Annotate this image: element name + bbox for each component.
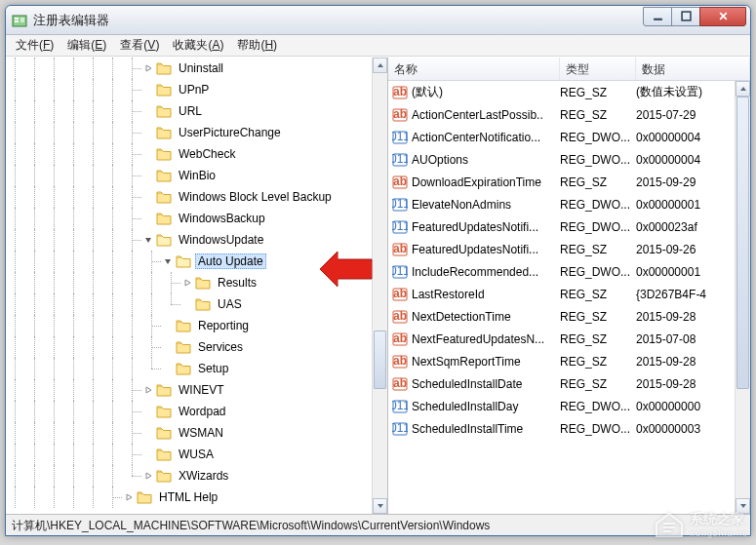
tree-expander-icon[interactable]: [142, 234, 154, 246]
tree-item-label: Setup: [195, 361, 231, 376]
value-name: FeaturedUpdatesNotifi...: [412, 243, 560, 256]
tree-expander-icon[interactable]: [162, 255, 174, 267]
value-row[interactable]: 011ElevateNonAdminsREG_DWO...0x00000001: [388, 193, 735, 215]
tree-expander-icon[interactable]: [142, 62, 154, 74]
tree-item[interactable]: Services: [6, 336, 372, 358]
svg-text:ab: ab: [393, 309, 407, 323]
maximize-button[interactable]: [671, 7, 700, 26]
value-row[interactable]: 011FeaturedUpdatesNotifi...REG_DWO...0x0…: [388, 215, 735, 238]
svg-rect-2: [15, 20, 19, 22]
value-data: 0x00000000: [636, 400, 735, 413]
tree-item[interactable]: Results: [6, 272, 372, 293]
scroll-down-button[interactable]: [736, 498, 750, 514]
value-row[interactable]: abLastRestoreIdREG_SZ{3D267B4F-4: [388, 283, 735, 305]
regedit-icon: [12, 13, 27, 28]
tree-view[interactable]: UninstallUPnPURLUserPictureChangeWebChec…: [6, 58, 372, 514]
value-type: REG_DWO...: [560, 220, 636, 234]
value-type: REG_SZ: [560, 332, 636, 346]
menu-help[interactable]: 帮助(H): [231, 35, 283, 56]
value-data: {3D267B4F-4: [636, 288, 735, 301]
tree-item[interactable]: Windows Block Level Backup: [6, 186, 372, 208]
tree-item-label: UPnP: [176, 82, 212, 97]
scroll-down-button[interactable]: [373, 498, 387, 514]
value-data: 2015-09-28: [636, 377, 735, 391]
value-type: REG_DWO...: [560, 422, 636, 436]
minimize-button[interactable]: [643, 7, 672, 26]
value-row[interactable]: 011AUOptionsREG_DWO...0x00000004: [388, 148, 735, 171]
tree-item[interactable]: Uninstall: [6, 58, 372, 79]
menu-file[interactable]: 文件(F): [10, 35, 60, 56]
value-name: ScheduledInstallDate: [412, 377, 560, 391]
value-data: 2015-07-08: [636, 332, 735, 346]
svg-rect-5: [682, 12, 691, 20]
tree-leaf: [142, 148, 154, 160]
value-row[interactable]: abNextSqmReportTimeREG_SZ2015-09-28: [388, 350, 735, 372]
svg-text:ab: ab: [393, 175, 407, 188]
value-type: REG_SZ: [560, 377, 636, 391]
tree-leaf: [142, 105, 154, 117]
value-row[interactable]: abActionCenterLastPossib..REG_SZ2015-07-…: [388, 103, 735, 126]
body-splitter: UninstallUPnPURLUserPictureChangeWebChec…: [6, 57, 750, 514]
scroll-up-button[interactable]: [373, 58, 387, 73]
value-type: REG_SZ: [560, 86, 636, 99]
tree-item[interactable]: WindowsUpdate: [6, 229, 372, 251]
value-row[interactable]: ab(默认)REG_SZ(数值未设置): [388, 81, 735, 103]
tree-scrollbar[interactable]: [372, 58, 387, 514]
svg-text:011: 011: [392, 152, 408, 166]
value-row[interactable]: 011ScheduledInstallDayREG_DWO...0x000000…: [388, 395, 735, 417]
col-header-data[interactable]: 数据: [636, 58, 750, 80]
tree-item[interactable]: UPnP: [6, 79, 372, 100]
values-list[interactable]: ab(默认)REG_SZ(数值未设置)abActionCenterLastPos…: [388, 81, 735, 514]
tree-item[interactable]: WindowsBackup: [6, 208, 372, 229]
value-type: REG_SZ: [560, 108, 636, 122]
tree-leaf: [142, 84, 154, 96]
tree-item[interactable]: WinBio: [6, 165, 372, 186]
value-row[interactable]: abScheduledInstallDateREG_SZ2015-09-28: [388, 372, 735, 395]
tree-item[interactable]: UserPictureChange: [6, 122, 372, 143]
tree-item[interactable]: Wordpad: [6, 401, 372, 422]
scroll-up-button[interactable]: [736, 81, 750, 97]
tree-item[interactable]: URL: [6, 100, 372, 122]
list-scrollbar[interactable]: [735, 81, 750, 514]
col-header-name[interactable]: 名称: [388, 58, 560, 80]
tree-leaf: [142, 191, 154, 203]
tree-item[interactable]: WUSA: [6, 444, 372, 465]
menu-favorites[interactable]: 收藏夹(A): [167, 35, 229, 56]
value-row[interactable]: abNextFeaturedUpdatesN...REG_SZ2015-07-0…: [388, 328, 735, 350]
menubar: 文件(F) 编辑(E) 查看(V) 收藏夹(A) 帮助(H): [6, 35, 750, 57]
tree-item[interactable]: HTML Help: [6, 487, 372, 508]
value-name: NextFeaturedUpdatesN...: [412, 332, 560, 346]
value-row[interactable]: 011ScheduledInstallTimeREG_DWO...0x00000…: [388, 417, 735, 440]
tree-item[interactable]: Setup: [6, 358, 372, 379]
tree-item[interactable]: Auto Update: [6, 251, 372, 272]
tree-leaf: [162, 363, 174, 374]
tree-item[interactable]: WINEVT: [6, 379, 372, 401]
tree-leaf: [142, 406, 154, 417]
value-row[interactable]: 011IncludeRecommended...REG_DWO...0x0000…: [388, 260, 735, 283]
tree-item-label: WINEVT: [176, 382, 227, 398]
value-row[interactable]: abNextDetectionTimeREG_SZ2015-09-28: [388, 305, 735, 328]
tree-expander-icon[interactable]: [181, 277, 193, 289]
menu-edit[interactable]: 编辑(E): [61, 35, 112, 56]
scroll-thumb[interactable]: [736, 97, 749, 389]
tree-item[interactable]: XWizards: [6, 465, 372, 487]
tree-expander-icon[interactable]: [123, 491, 135, 503]
tree-expander-icon[interactable]: [142, 470, 154, 482]
value-row[interactable]: 011ActionCenterNotificatio...REG_DWO...0…: [388, 126, 735, 148]
value-type: REG_SZ: [560, 288, 636, 301]
string-value-icon: ab: [392, 107, 408, 123]
value-row[interactable]: abFeaturedUpdatesNotifi...REG_SZ2015-09-…: [388, 238, 735, 260]
col-header-type[interactable]: 类型: [560, 58, 636, 80]
tree-item[interactable]: Reporting: [6, 315, 372, 336]
tree-item[interactable]: WSMAN: [6, 422, 372, 444]
value-row[interactable]: abDownloadExpirationTimeREG_SZ2015-09-29: [388, 171, 735, 193]
tree-item-label: Services: [195, 339, 246, 355]
tree-expander-icon[interactable]: [142, 384, 154, 396]
tree-item[interactable]: WebCheck: [6, 143, 372, 165]
close-button[interactable]: [699, 7, 746, 26]
tree-leaf: [162, 320, 174, 331]
tree-item[interactable]: UAS: [6, 293, 372, 315]
titlebar[interactable]: 注册表编辑器: [6, 6, 750, 35]
menu-view[interactable]: 查看(V): [114, 35, 165, 56]
scroll-thumb[interactable]: [374, 331, 386, 389]
